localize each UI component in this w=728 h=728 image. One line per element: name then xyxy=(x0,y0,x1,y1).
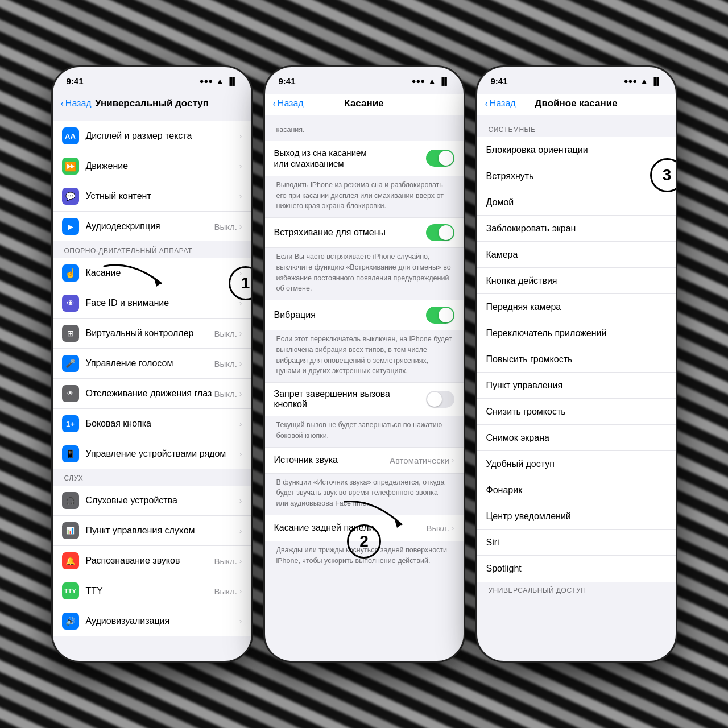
status-bar-2: 9:41 ●●● ▲ ▐▌ xyxy=(265,67,464,94)
item-icon: ⊞ xyxy=(62,325,79,342)
list-item[interactable]: ⊞ Виртуальный контроллер Выкл. › xyxy=(53,318,251,349)
signal-icon: ●●● xyxy=(200,77,213,85)
toggle-wake[interactable] xyxy=(426,150,454,167)
list-item[interactable]: Запрет завершения вызова кнопкой xyxy=(265,383,464,416)
item-icon: 🔔 xyxy=(62,552,79,569)
phone-2: 9:41 ●●● ▲ ▐▌ ‹ Назад Касание касания. В… xyxy=(263,65,465,663)
list-item[interactable]: Камера xyxy=(477,242,676,268)
list-item[interactable]: 🎧 Слуховые устройства › xyxy=(53,486,251,516)
chevron-icon: › xyxy=(239,299,242,308)
list-item[interactable]: Встряхивание для отмены xyxy=(265,218,464,248)
list-item[interactable]: Вибрация xyxy=(265,300,464,330)
signal-icon-3: ●●● xyxy=(624,77,638,85)
battery-icon: ▐▌ xyxy=(227,77,237,85)
list-item[interactable]: Пункт управления xyxy=(477,373,676,399)
step-3-label: 3 xyxy=(663,166,672,184)
nav-title-3: Двойное касание xyxy=(535,98,617,109)
nav-title-1: Универсальный доступ xyxy=(95,98,209,109)
list-item[interactable]: Снизить громкость xyxy=(477,399,676,425)
item-icon: TTY xyxy=(62,582,79,599)
chevron-icon: › xyxy=(239,192,242,201)
list-item[interactable]: Переключатель приложений xyxy=(477,320,676,346)
section-hearing: СЛУХ xyxy=(53,469,251,486)
list-item[interactable]: Источник звука Автоматически › xyxy=(265,448,464,474)
chevron-icon: › xyxy=(239,222,242,231)
section-motor: ОПОРНО-ДВИГАТЕЛЬНЫЙ АППАРАТ xyxy=(53,241,251,258)
chevron-icon: › xyxy=(239,131,242,140)
status-bar-1: 9:41 ●●● ▲ ▐▌ xyxy=(53,67,251,94)
item-icon: ⏩ xyxy=(62,158,79,175)
list-item[interactable]: 📊 Пункт управления слухом › xyxy=(53,516,251,546)
time-3: 9:41 xyxy=(491,76,508,86)
section-label-hearing: СЛУХ xyxy=(53,470,251,485)
list-item[interactable]: Встряхнуть xyxy=(477,163,676,189)
back-button-3[interactable]: ‹ Назад xyxy=(485,98,516,109)
list-item[interactable]: Выход из сна касаниемили смахиванием xyxy=(265,141,464,176)
back-button-1[interactable]: ‹ Назад xyxy=(61,98,92,109)
item-vibration: Вибрация Если этот переключатель выключе… xyxy=(265,300,464,382)
desc-shake: Если Вы часто встряхиваете iPhone случай… xyxy=(265,248,464,300)
section-label-accessibility: УНИВЕРСАЛЬНЫЙ ДОСТУП xyxy=(477,582,676,598)
chevron-icon: › xyxy=(239,617,242,626)
list-item[interactable]: Центр уведомлений xyxy=(477,503,676,530)
list-item[interactable]: Снимок экрана xyxy=(477,425,676,451)
chevron-icon: › xyxy=(239,496,242,505)
list-item[interactable]: 🔔 Распознавание звуков Выкл. › xyxy=(53,546,251,576)
chevron-icon: › xyxy=(239,586,242,595)
status-icons-1: ●●● ▲ ▐▌ xyxy=(200,77,238,85)
chevron-icon: › xyxy=(452,456,454,465)
phone1-top-list: AA Дисплей и размер текста › ⏩ Движение … xyxy=(53,121,251,241)
phone3-content: СИСТЕМНЫЕ Блокировка ориентации Встряхну… xyxy=(477,115,676,663)
back-label-2[interactable]: Назад xyxy=(278,98,304,109)
chevron-icon: › xyxy=(239,556,242,565)
nav-title-2: Касание xyxy=(344,98,383,109)
list-item[interactable]: ☝ Касание › xyxy=(53,258,251,288)
time-1: 9:41 xyxy=(67,76,84,86)
item-icon: 💬 xyxy=(62,188,79,205)
list-item[interactable]: Заблокировать экран xyxy=(477,216,676,242)
phone1-bottom-list: 🎧 Слуховые устройства › 📊 Пункт управлен… xyxy=(53,486,251,636)
phone1-content: AA Дисплей и размер текста › ⏩ Движение … xyxy=(53,115,251,663)
phones-container: 9:41 ●●● ▲ ▐▌ ‹ Назад Универсальный дост… xyxy=(0,0,728,728)
list-item[interactable]: Передняя камера xyxy=(477,294,676,320)
list-item[interactable]: Повысить громкость xyxy=(477,346,676,373)
back-label-1[interactable]: Назад xyxy=(65,98,92,109)
list-item[interactable]: Удобный доступ xyxy=(477,451,676,477)
battery-icon-3: ▐▌ xyxy=(651,77,661,85)
list-item[interactable]: Siri xyxy=(477,530,676,556)
wifi-icon-3: ▲ xyxy=(640,77,648,85)
list-item[interactable]: 👁 Отслеживание движения глаз Выкл. › xyxy=(53,379,251,409)
list-item[interactable]: 💬 Устный контент › xyxy=(53,181,251,212)
list-item[interactable]: AA Дисплей и размер текста › xyxy=(53,121,251,151)
list-item[interactable]: Домой xyxy=(477,189,676,216)
item-icon: 🔊 xyxy=(62,613,79,630)
back-label-3[interactable]: Назад xyxy=(490,98,516,109)
chevron-icon: › xyxy=(239,526,242,535)
list-item[interactable]: TTY TTY Выкл. › xyxy=(53,576,251,606)
list-item[interactable]: 📱 Управление устройствами рядом › xyxy=(53,439,251,469)
item-icon: 🎤 xyxy=(62,355,79,372)
list-item[interactable]: Блокировка ориентации xyxy=(477,137,676,163)
back-button-2[interactable]: ‹ Назад xyxy=(273,98,304,109)
list-item[interactable]: Фонарик xyxy=(477,477,676,503)
step-1-label: 1 xyxy=(241,274,250,292)
chevron-icon: › xyxy=(239,162,242,171)
desc-audio-source: В функции «Источник звука» определяется,… xyxy=(265,474,464,515)
chevron-icon: › xyxy=(239,329,242,338)
list-item[interactable]: 🔊 Аудиовизуализация › xyxy=(53,606,251,636)
spotlight-item[interactable]: Spotlight xyxy=(477,556,676,582)
top-desc: касания. xyxy=(265,121,464,141)
phone2-content: касания. Выход из сна касаниемили смахив… xyxy=(265,115,464,663)
toggle-vibration[interactable] xyxy=(426,307,454,324)
list-item[interactable]: 1+ Боковая кнопка › xyxy=(53,409,251,439)
list-item[interactable]: 👁 Face ID и внимание › xyxy=(53,288,251,318)
item-end-call: Запрет завершения вызова кнопкой Текущий… xyxy=(265,382,464,447)
list-item[interactable]: Кнопка действия xyxy=(477,268,676,294)
toggle-shake[interactable] xyxy=(426,224,454,241)
list-item[interactable]: 🎤 Управление голосом Выкл. › xyxy=(53,349,251,379)
phone-3: 9:41 ●●● ▲ ▐▌ ‹ Назад Двойное касание СИ… xyxy=(475,65,677,663)
list-item[interactable]: ▶ Аудиодескрипция Выкл. › xyxy=(53,212,251,241)
list-item[interactable]: ⏩ Движение › xyxy=(53,151,251,181)
toggle-end-call[interactable] xyxy=(426,391,454,408)
item-icon: 📊 xyxy=(62,522,79,539)
